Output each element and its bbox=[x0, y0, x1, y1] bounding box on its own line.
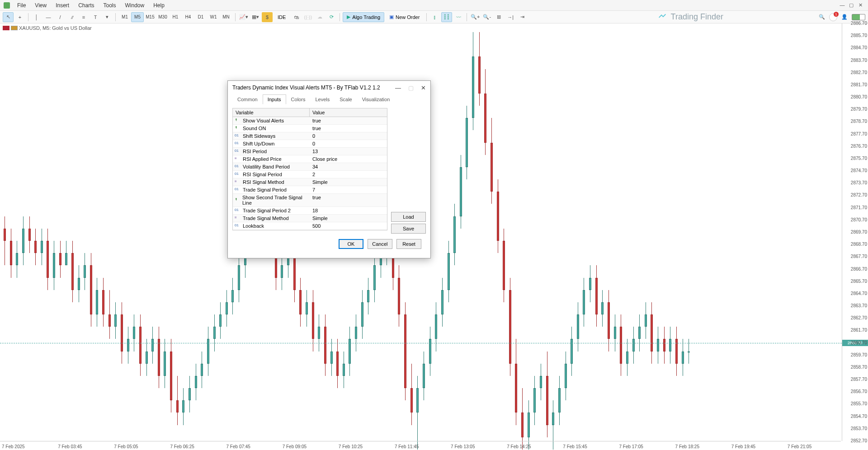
param-value[interactable]: Simple bbox=[310, 215, 387, 222]
param-row[interactable]: 01RSI Signal Period2 bbox=[233, 171, 387, 178]
param-value[interactable]: true bbox=[310, 125, 387, 132]
param-row[interactable]: 01Volatility Band Period34 bbox=[233, 163, 387, 171]
parameters-table[interactable]: Variable Value ↟Show Visual Alertstrue↟S… bbox=[232, 108, 387, 230]
param-row[interactable]: 01Trade Signal Period7 bbox=[233, 186, 387, 194]
market-icon[interactable]: 🛍 bbox=[291, 12, 302, 22]
save-button[interactable]: Save bbox=[391, 224, 426, 234]
timeframe-m15[interactable]: M15 bbox=[144, 12, 156, 22]
timeframe-h1[interactable]: H1 bbox=[169, 12, 182, 22]
dollar-icon[interactable]: $ bbox=[262, 12, 273, 22]
candles-icon[interactable]: ┇┇ bbox=[441, 12, 452, 22]
param-row[interactable]: ↟Show Second Trade Signal Linetrue bbox=[233, 194, 387, 207]
timeframe-m30[interactable]: M30 bbox=[156, 12, 169, 22]
objects-dropdown-icon[interactable]: ▾ bbox=[102, 12, 113, 22]
param-row[interactable]: ≡Trade Signal MethodSimple bbox=[233, 215, 387, 222]
shift-icon[interactable]: →| bbox=[505, 12, 516, 22]
zoom-out-icon[interactable]: 🔍- bbox=[481, 12, 492, 22]
param-row[interactable]: 01Lookback500 bbox=[233, 222, 387, 230]
signal-icon[interactable]: ((·)) bbox=[302, 12, 313, 22]
param-row[interactable]: ≡RSI Signal MethodSimple bbox=[233, 178, 387, 186]
vline-tool-icon[interactable]: │ bbox=[31, 12, 42, 22]
param-row[interactable]: 01Shift Sideways0 bbox=[233, 132, 387, 140]
price-tick: 2876.70 bbox=[851, 144, 867, 149]
account-icon[interactable]: 👤 bbox=[839, 12, 850, 22]
param-row[interactable]: ↟Sound ONtrue bbox=[233, 125, 387, 132]
scroll-icon[interactable]: ⇥ bbox=[517, 12, 528, 22]
tab-inputs[interactable]: Inputs bbox=[263, 94, 286, 104]
tab-common[interactable]: Common bbox=[232, 94, 263, 104]
timeframe-d1[interactable]: D1 bbox=[194, 12, 207, 22]
timeframe-m5[interactable]: M5 bbox=[131, 12, 144, 22]
menu-help[interactable]: Help bbox=[149, 1, 169, 10]
tile-icon[interactable]: ⊞ bbox=[493, 12, 504, 22]
menu-insert[interactable]: Insert bbox=[51, 1, 74, 10]
param-value[interactable]: 18 bbox=[310, 207, 387, 214]
param-value[interactable]: 0 bbox=[310, 132, 387, 140]
ok-button[interactable]: OK bbox=[339, 239, 363, 249]
param-row[interactable]: 01Trade Signal Period 218 bbox=[233, 207, 387, 215]
param-value[interactable]: 7 bbox=[310, 186, 387, 193]
notifications-icon[interactable] bbox=[829, 13, 837, 21]
new-order-button[interactable]: ▣New Order bbox=[385, 12, 424, 22]
param-value[interactable]: true bbox=[310, 194, 387, 206]
zoom-in-icon[interactable]: 🔍+ bbox=[470, 12, 481, 22]
trendline-tool-icon[interactable]: / bbox=[55, 12, 66, 22]
equidistant-tool-icon[interactable]: ⫽ bbox=[66, 12, 77, 22]
dialog-close-icon[interactable]: ✕ bbox=[421, 84, 426, 91]
line-chart-icon[interactable]: 〰 bbox=[453, 12, 464, 22]
cancel-button[interactable]: Cancel bbox=[368, 239, 392, 249]
reset-button[interactable]: Reset bbox=[396, 239, 421, 249]
dialog-minimize-icon[interactable]: — bbox=[395, 84, 401, 91]
chart-type-dropdown[interactable]: 📈▾ bbox=[238, 12, 249, 22]
param-value[interactable]: 34 bbox=[310, 163, 387, 170]
param-value[interactable]: 13 bbox=[310, 148, 387, 155]
param-value[interactable]: 0 bbox=[310, 140, 387, 147]
chart-area[interactable]: XAUUSD, M5: Gold vs US Dollar 2860.70 28… bbox=[0, 23, 868, 450]
timeframe-m1[interactable]: M1 bbox=[118, 12, 131, 22]
load-button[interactable]: Load bbox=[391, 212, 426, 222]
algo-trading-button[interactable]: ▶Algo Trading bbox=[343, 12, 384, 22]
template-dropdown[interactable]: ▦▾ bbox=[250, 12, 261, 22]
fibo-tool-icon[interactable]: ≡ bbox=[78, 12, 89, 22]
timeframe-mn[interactable]: MN bbox=[220, 12, 232, 22]
column-value-header[interactable]: Value bbox=[310, 108, 387, 117]
tab-colors[interactable]: Colors bbox=[286, 94, 311, 104]
dialog-titlebar[interactable]: Traders Dynamic Index Visual Alerts MT5 … bbox=[228, 81, 430, 94]
param-row[interactable]: 01Shift Up/Down0 bbox=[233, 140, 387, 148]
cursor-tool-icon[interactable]: ↖ bbox=[3, 12, 14, 22]
param-value[interactable]: Close price bbox=[310, 155, 387, 163]
price-tick: 2866.70 bbox=[851, 267, 867, 272]
bars-icon[interactable]: ⫿ bbox=[429, 12, 440, 22]
tab-visualization[interactable]: Visualization bbox=[357, 94, 395, 104]
column-variable-header[interactable]: Variable bbox=[233, 108, 310, 117]
search-icon[interactable]: 🔍 bbox=[816, 12, 827, 22]
menu-window[interactable]: Window bbox=[121, 1, 149, 10]
param-value[interactable]: Simple bbox=[310, 178, 387, 186]
maximize-button[interactable]: ▢ bbox=[847, 2, 855, 9]
menu-charts[interactable]: Charts bbox=[74, 1, 99, 10]
tab-scale[interactable]: Scale bbox=[335, 94, 357, 104]
hline-tool-icon[interactable]: — bbox=[43, 12, 54, 22]
param-row[interactable]: 01RSI Period13 bbox=[233, 148, 387, 155]
minimize-button[interactable]: — bbox=[838, 2, 846, 9]
tab-levels[interactable]: Levels bbox=[310, 94, 335, 104]
price-tick: 2859.70 bbox=[851, 352, 867, 357]
close-button[interactable]: ✕ bbox=[856, 2, 864, 9]
menu-view[interactable]: View bbox=[30, 1, 51, 10]
param-value[interactable]: 2 bbox=[310, 171, 387, 178]
crosshair-tool-icon[interactable]: + bbox=[14, 12, 25, 22]
menu-file[interactable]: File bbox=[13, 1, 30, 10]
dialog-maximize-icon[interactable]: ▢ bbox=[408, 84, 414, 91]
text-tool-icon[interactable]: T bbox=[90, 12, 101, 22]
refresh-icon[interactable]: ⟳ bbox=[326, 12, 337, 22]
param-value[interactable]: true bbox=[310, 117, 387, 124]
param-row[interactable]: ↟Show Visual Alertstrue bbox=[233, 117, 387, 125]
param-row[interactable]: ≡RSI Applied PriceClose price bbox=[233, 155, 387, 163]
timeframe-w1[interactable]: W1 bbox=[207, 12, 220, 22]
time-axis: 7 Feb 20257 Feb 03:457 Feb 05:057 Feb 06… bbox=[0, 441, 841, 450]
timeframe-h4[interactable]: H4 bbox=[182, 12, 194, 22]
vps-icon[interactable]: ☁ bbox=[314, 12, 325, 22]
param-value[interactable]: 500 bbox=[310, 222, 387, 230]
ide-button[interactable]: IDE bbox=[274, 12, 290, 22]
menu-tools[interactable]: Tools bbox=[99, 1, 121, 10]
